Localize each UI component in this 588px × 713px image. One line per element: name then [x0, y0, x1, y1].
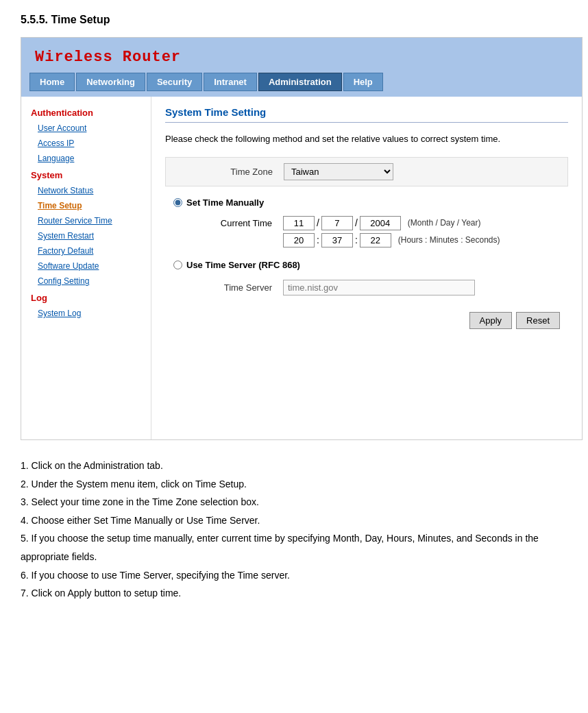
instruction-5: 5. If you choose the setup time manually… [21, 529, 567, 566]
reset-button[interactable]: Reset [516, 312, 560, 329]
use-server-radio-section: Use Time Server (RFC 868) [165, 257, 568, 273]
use-server-radio[interactable] [173, 261, 182, 269]
system-section-title: System [21, 166, 151, 183]
instruction-1: 1. Click on the Administration tab. [21, 457, 567, 475]
colon-sep-2: : [355, 234, 358, 245]
set-manually-label[interactable]: Set Time Manually [173, 197, 560, 208]
current-time-label: Current Time [173, 218, 283, 228]
time-inputs-mdy: / / (Month / Day / Year) [283, 216, 481, 230]
sidebar-link-software-update[interactable]: Software Update [21, 258, 151, 274]
timezone-label: Time Zone [174, 167, 284, 177]
second-input[interactable] [360, 233, 391, 247]
month-input[interactable] [283, 216, 315, 230]
nav-home[interactable]: Home [29, 73, 75, 91]
server-field: Time Server [165, 276, 568, 300]
nav-security[interactable]: Security [147, 73, 202, 91]
set-manually-radio-section: Set Time Manually [165, 195, 568, 210]
sidebar-link-language[interactable]: Language [21, 151, 151, 166]
instructions: 1. Click on the Administration tab. 2. U… [21, 457, 567, 603]
sidebar: Authentication User Account Access IP La… [21, 97, 151, 439]
minute-input[interactable] [321, 233, 353, 247]
section-title: System Time Setting [165, 106, 568, 123]
colon-sep-1: : [317, 234, 319, 245]
instruction-7: 7. Click on Apply button to setup time. [21, 584, 567, 603]
sidebar-link-access-ip[interactable]: Access IP [21, 136, 151, 151]
time-server-input[interactable] [283, 280, 475, 295]
slash-sep-1: / [317, 217, 319, 228]
sidebar-link-system-restart[interactable]: System Restart [21, 228, 151, 243]
use-server-label[interactable]: Use Time Server (RFC 868) [173, 260, 560, 270]
button-row: Apply Reset [165, 305, 568, 336]
apply-button[interactable]: Apply [469, 312, 513, 329]
sidebar-link-network-status[interactable]: Network Status [21, 183, 151, 198]
time-server-label: Time Server [173, 282, 283, 293]
current-time-mdy-row: Current Time / / (Month / Day / Year) [165, 213, 568, 232]
slash-sep-2: / [355, 217, 358, 228]
day-input[interactable] [321, 216, 353, 230]
router-header: Wireless Router [21, 38, 582, 73]
time-inputs-hms: : : (Hours : Minutes : Seconds) [283, 233, 500, 247]
set-manually-radio[interactable] [173, 198, 182, 207]
hms-hint: (Hours : Minutes : Seconds) [398, 235, 500, 245]
nav-bar: Home Networking Security Intranet Admini… [21, 73, 582, 97]
sidebar-link-time-setup[interactable]: Time Setup [21, 198, 151, 213]
sidebar-link-router-service-time[interactable]: Router Service Time [21, 213, 151, 228]
page-title: 5.5.5. Time Setup [21, 14, 567, 26]
sidebar-link-factory-default[interactable]: Factory Default [21, 243, 151, 258]
sidebar-link-system-log[interactable]: System Log [21, 306, 151, 321]
year-input[interactable] [360, 216, 401, 230]
nav-intranet[interactable]: Intranet [204, 73, 257, 91]
current-time-hms-row: : : (Hours : Minutes : Seconds) [165, 232, 568, 253]
timezone-select[interactable]: Taiwan UTC GMT US/Eastern US/Pacific [284, 163, 393, 180]
mdy-hint: (Month / Day / Year) [408, 218, 481, 228]
hour-input[interactable] [283, 233, 315, 247]
nav-help[interactable]: Help [343, 73, 383, 91]
instruction-6: 6. If you choose to use Time Server, spe… [21, 566, 567, 585]
log-section-title: Log [21, 289, 151, 306]
main-content: System Time Setting Please check the fol… [151, 97, 582, 439]
sidebar-link-config-setting[interactable]: Config Setting [21, 274, 151, 289]
instruction-3: 3. Select your time zone in the Time Zon… [21, 493, 567, 511]
sidebar-link-user-account[interactable]: User Account [21, 121, 151, 136]
instruction-2: 2. Under the System menu item, click on … [21, 475, 567, 494]
content-area: Authentication User Account Access IP La… [21, 97, 582, 439]
nav-administration[interactable]: Administration [258, 73, 342, 91]
auth-section-title: Authentication [21, 104, 151, 121]
nav-networking[interactable]: Networking [76, 73, 145, 91]
router-frame: Wireless Router Home Networking Security… [21, 37, 583, 440]
description: Please check the following method and se… [165, 132, 568, 146]
timezone-field: Time Zone Taiwan UTC GMT US/Eastern US/P… [165, 157, 568, 186]
instruction-4: 4. Choose either Set Time Manually or Us… [21, 511, 567, 530]
router-logo: Wireless Router [35, 49, 568, 66]
